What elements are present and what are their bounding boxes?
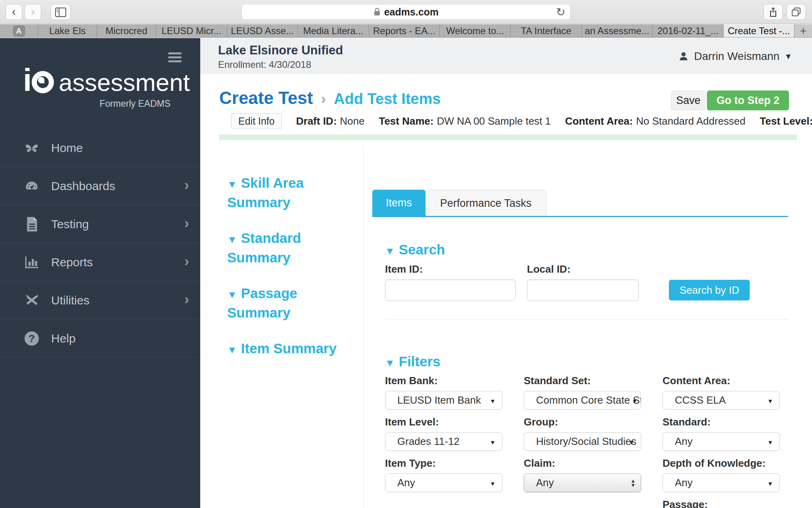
sidebar-item-label: Reports xyxy=(51,256,93,269)
local-id-input[interactable] xyxy=(527,279,639,301)
sidebar-item-label: Testing xyxy=(51,217,89,231)
page-subtitle: Add Test Items xyxy=(334,90,441,108)
app-logo: iassessment xyxy=(23,62,200,98)
passage-summary-toggle[interactable]: ▼Passage Summary xyxy=(227,284,337,322)
content-area: Content Area:No Standard Addressed xyxy=(565,115,745,127)
chevron-right-icon: › xyxy=(184,177,189,194)
browser-tab[interactable]: Lake Els xyxy=(38,24,97,37)
filter-standard-set: Standard Set: Common Core State Stan▼ xyxy=(524,375,641,410)
caret-down-icon: ▼ xyxy=(490,392,496,410)
sidebar-toggle-icon xyxy=(55,8,66,17)
caret-down-icon: ▼ xyxy=(490,433,496,451)
caret-down-icon: ▼ xyxy=(628,433,634,451)
new-tab-button[interactable]: + xyxy=(795,24,812,37)
caret-down-icon: ▼ xyxy=(227,344,237,355)
search-by-id-button[interactable]: Search by ID xyxy=(669,280,750,300)
logo-o-mark xyxy=(32,71,54,93)
tools-icon xyxy=(23,293,41,308)
bar-chart-icon xyxy=(23,255,41,269)
browser-tab[interactable]: LEUSD Micr... xyxy=(156,24,227,37)
url-field[interactable]: eadms.com ↻ xyxy=(241,4,571,20)
content-area-select[interactable]: CCSS ELA▼ xyxy=(663,391,780,410)
browser-tab[interactable]: Microcred xyxy=(97,24,156,37)
test-name: Test Name:DW NA 00 Sample test 1 xyxy=(379,115,551,127)
dashboard-icon xyxy=(23,179,41,193)
share-icon xyxy=(768,6,778,17)
lock-icon xyxy=(373,7,381,17)
reload-icon[interactable]: ↻ xyxy=(556,6,565,19)
browser-tab[interactable]: 2016-02-11_... xyxy=(653,24,724,37)
sidebar-item-label: Utilities xyxy=(51,294,90,307)
items-panel: Items Performance Tasks ▼Search Item ID:… xyxy=(364,145,812,508)
stepper-arrows-icon: ▲▼ xyxy=(630,479,636,487)
item-summary-toggle[interactable]: ▼Item Summary xyxy=(227,339,337,359)
question-circle-icon: ? xyxy=(23,331,41,346)
pinned-tab[interactable]: A xyxy=(0,24,38,37)
browser-tab[interactable]: TA Interface xyxy=(511,24,582,37)
progress-bar xyxy=(219,135,797,140)
standard-set-select[interactable]: Common Core State Stan▼ xyxy=(524,391,641,410)
filter-content-area: Content Area: CCSS ELA▼ xyxy=(663,375,780,410)
edit-info-button[interactable]: Edit Info xyxy=(231,113,282,129)
caret-down-icon: ▼ xyxy=(385,245,395,256)
item-level-select[interactable]: Grades 11-12▼ xyxy=(385,432,502,451)
browser-back-button[interactable]: ‹ xyxy=(6,4,22,20)
passage-label: Passage: xyxy=(663,498,780,508)
tab-overview-icon xyxy=(791,7,801,17)
page-title: Create Test xyxy=(219,88,313,108)
sidebar-item-testing[interactable]: Testing › xyxy=(0,205,200,243)
item-id-input[interactable] xyxy=(385,279,516,301)
claim-select[interactable]: Any▲▼ xyxy=(524,473,641,492)
filter-item-type: Item Type: Any▼ xyxy=(385,457,502,492)
items-tabstrip: Items Performance Tasks xyxy=(372,190,788,217)
go-to-step-2-button[interactable]: Go to Step 2 xyxy=(707,90,789,110)
sidebar-item-reports[interactable]: Reports › xyxy=(0,243,200,281)
caret-down-icon: ▼ xyxy=(632,392,638,410)
sidebar-item-label: Help xyxy=(51,332,76,345)
sidebar-item-home[interactable]: Home xyxy=(0,129,200,167)
caret-down-icon: ▼ xyxy=(227,234,237,245)
sidebar-nav: Home Dashboards › xyxy=(0,129,200,358)
browser-toolbar: ‹ › eadms.com ↻ xyxy=(0,0,812,24)
sidebar-item-help[interactable]: ? Help xyxy=(0,319,200,358)
tab-overview-button[interactable] xyxy=(787,4,806,20)
depth-of-knowledge-select[interactable]: Any▼ xyxy=(663,473,780,492)
browser-forward-button[interactable]: › xyxy=(25,4,41,20)
filter-passage: Passage: xyxy=(663,498,780,508)
save-button[interactable]: Save xyxy=(671,90,706,110)
share-button[interactable] xyxy=(764,4,783,20)
menu-toggle-icon[interactable] xyxy=(168,52,182,64)
browser-tab[interactable]: Media Litera... xyxy=(298,24,369,37)
url-text: eadms.com xyxy=(384,6,439,18)
browser-tab-bar: A Lake Els Microcred LEUSD Micr... LEUSD… xyxy=(0,24,812,38)
caret-down-icon: ▼ xyxy=(227,289,237,300)
browser-tab[interactable]: Reports - EA... xyxy=(369,24,440,37)
test-level: Test Level:Kindergarten xyxy=(760,115,812,127)
sidebar-item-dashboards[interactable]: Dashboards › xyxy=(0,167,200,205)
district-header: Lake Elsinore Unified Enrollment: 4/30/2… xyxy=(200,38,812,74)
standard-summary-toggle[interactable]: ▼Standard Summary xyxy=(227,229,337,267)
skill-area-summary-toggle[interactable]: ▼Skill Area Summary xyxy=(227,174,337,212)
browser-tab[interactable]: an Assessme... xyxy=(582,24,653,37)
browser-tab-active[interactable]: Create Test -... xyxy=(724,24,795,37)
item-bank-select[interactable]: LEUSD Item Bank▼ xyxy=(385,391,502,410)
page-title-section: Create Test › Add Test Items Save Go to … xyxy=(200,74,812,145)
filters-grid: Item Bank: LEUSD Item Bank▼ Standard Set… xyxy=(385,375,788,508)
draft-id: Draft ID:None xyxy=(296,115,365,127)
user-menu[interactable]: Darrin Weismann ▼ xyxy=(678,50,792,63)
browser-tab[interactable]: LEUSD Asse... xyxy=(227,24,298,37)
filters-section-toggle[interactable]: ▼Filters xyxy=(385,354,788,369)
item-type-select[interactable]: Any▼ xyxy=(385,473,502,492)
tab-items[interactable]: Items xyxy=(372,190,425,216)
sidebar-item-utilities[interactable]: Utilities › xyxy=(0,281,200,319)
sidebar-item-label: Dashboards xyxy=(51,179,115,193)
browser-tab[interactable]: Welcome to... xyxy=(440,24,511,37)
tab-performance-tasks[interactable]: Performance Tasks xyxy=(425,190,546,216)
caret-down-icon: ▼ xyxy=(227,179,237,190)
sidebar-toggle-button[interactable] xyxy=(51,4,71,20)
standard-select[interactable]: Any▼ xyxy=(663,432,780,451)
search-section-toggle[interactable]: ▼Search xyxy=(385,242,788,258)
group-select[interactable]: History/Social Studies▼ xyxy=(524,432,641,451)
section-divider xyxy=(385,319,788,319)
user-icon xyxy=(678,51,689,62)
